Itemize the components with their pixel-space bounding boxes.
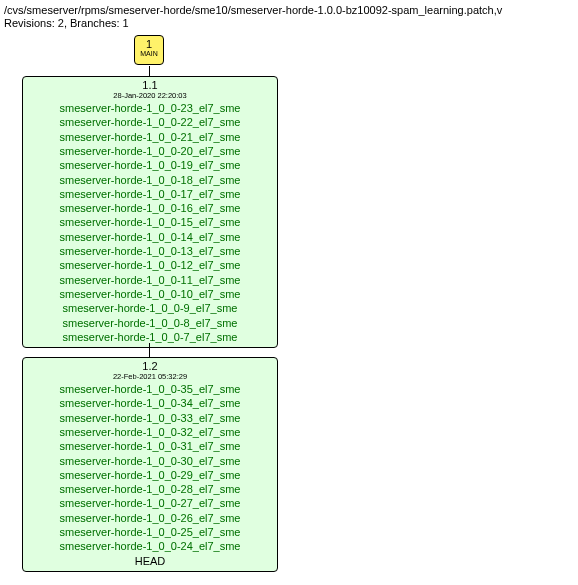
revision-tag: smeserver-horde-1_0_0-30_el7_sme [23, 454, 277, 468]
revision-tag: smeserver-horde-1_0_0-15_el7_sme [23, 215, 277, 229]
revision-tag: smeserver-horde-1_0_0-16_el7_sme [23, 201, 277, 215]
revision-tag: smeserver-horde-1_0_0-24_el7_sme [23, 539, 277, 553]
file-path: /cvs/smeserver/rpms/smeserver-horde/sme1… [4, 4, 578, 16]
revision-tag: smeserver-horde-1_0_0-22_el7_sme [23, 115, 277, 129]
revision-date: 22-Feb-2021 05:32:29 [23, 372, 277, 381]
revision-tag: smeserver-horde-1_0_0-33_el7_sme [23, 411, 277, 425]
revision-tags: smeserver-horde-1_0_0-23_el7_smesmeserve… [23, 101, 277, 344]
branch-node[interactable]: 1 MAIN [134, 35, 164, 65]
revision-tag: smeserver-horde-1_0_0-35_el7_sme [23, 382, 277, 396]
revision-date: 28-Jan-2020 22:20:03 [23, 91, 277, 100]
revision-tag: smeserver-horde-1_0_0-26_el7_sme [23, 511, 277, 525]
revision-tag: smeserver-horde-1_0_0-32_el7_sme [23, 425, 277, 439]
revision-node[interactable]: 1.2 22-Feb-2021 05:32:29 smeserver-horde… [22, 357, 278, 572]
revision-tag: smeserver-horde-1_0_0-25_el7_sme [23, 525, 277, 539]
revision-id: 1.1 [23, 79, 277, 91]
revision-tag: smeserver-horde-1_0_0-12_el7_sme [23, 258, 277, 272]
revision-tag: smeserver-horde-1_0_0-23_el7_sme [23, 101, 277, 115]
connector-line [149, 343, 150, 357]
revision-tag: smeserver-horde-1_0_0-19_el7_sme [23, 158, 277, 172]
revision-tag: smeserver-horde-1_0_0-14_el7_sme [23, 230, 277, 244]
head-label: HEAD [23, 554, 277, 568]
branch-number: 1 [135, 38, 163, 50]
revision-tag: smeserver-horde-1_0_0-11_el7_sme [23, 273, 277, 287]
revision-tag: smeserver-horde-1_0_0-18_el7_sme [23, 173, 277, 187]
revision-tag: smeserver-horde-1_0_0-31_el7_sme [23, 439, 277, 453]
revision-id: 1.2 [23, 360, 277, 372]
revision-tag: smeserver-horde-1_0_0-29_el7_sme [23, 468, 277, 482]
revision-node[interactable]: 1.1 28-Jan-2020 22:20:03 smeserver-horde… [22, 76, 278, 348]
revisions-meta: Revisions: 2, Branches: 1 [4, 17, 578, 29]
revision-graph: 1 MAIN 1.1 28-Jan-2020 22:20:03 smeserve… [4, 35, 574, 585]
revision-tags: smeserver-horde-1_0_0-35_el7_smesmeserve… [23, 382, 277, 568]
revision-tag: smeserver-horde-1_0_0-34_el7_sme [23, 396, 277, 410]
revision-tag: smeserver-horde-1_0_0-8_el7_sme [23, 316, 277, 330]
revision-tag: smeserver-horde-1_0_0-10_el7_sme [23, 287, 277, 301]
revision-tag: smeserver-horde-1_0_0-21_el7_sme [23, 130, 277, 144]
connector-line [149, 66, 150, 76]
revision-tag: smeserver-horde-1_0_0-27_el7_sme [23, 496, 277, 510]
revision-tag: smeserver-horde-1_0_0-20_el7_sme [23, 144, 277, 158]
revision-tag: smeserver-horde-1_0_0-7_el7_sme [23, 330, 277, 344]
revision-tag: smeserver-horde-1_0_0-17_el7_sme [23, 187, 277, 201]
revision-tag: smeserver-horde-1_0_0-28_el7_sme [23, 482, 277, 496]
revision-tag: smeserver-horde-1_0_0-9_el7_sme [23, 301, 277, 315]
branch-label: MAIN [135, 50, 163, 58]
revision-tag: smeserver-horde-1_0_0-13_el7_sme [23, 244, 277, 258]
